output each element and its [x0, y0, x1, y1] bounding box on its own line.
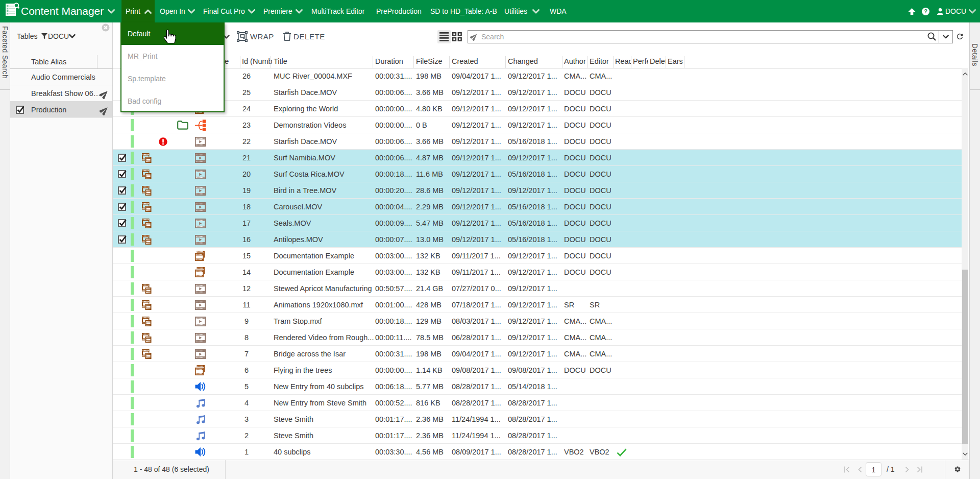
svg-text:?: ? [924, 8, 927, 14]
